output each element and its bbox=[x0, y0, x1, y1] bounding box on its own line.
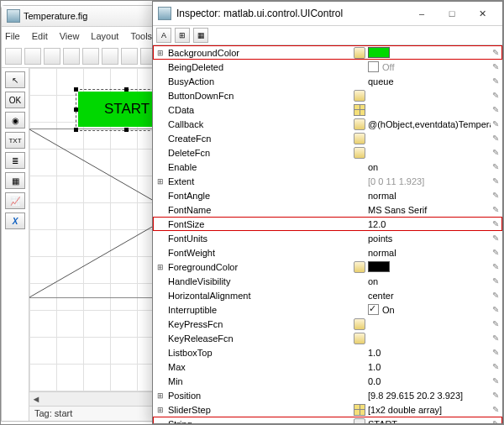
property-editor-icon[interactable] bbox=[353, 261, 366, 273]
property-row[interactable]: InterruptibleOn✎ bbox=[153, 302, 502, 317]
property-value[interactable]: Off bbox=[368, 61, 491, 72]
sel-handle[interactable] bbox=[74, 128, 78, 132]
property-value[interactable]: 12.0 bbox=[368, 219, 491, 229]
pencil-icon[interactable]: ✎ bbox=[492, 362, 499, 371]
window-minimize-button[interactable]: – bbox=[407, 4, 437, 23]
pencil-icon[interactable]: ✎ bbox=[492, 262, 499, 271]
sel-handle[interactable] bbox=[124, 87, 129, 92]
scroll-left-icon[interactable]: ◄ bbox=[29, 392, 43, 406]
property-editor-icon[interactable] bbox=[353, 318, 366, 330]
property-value[interactable]: @(hObject,eventdata)Temperature('start_.… bbox=[368, 119, 491, 129]
property-editor-icon[interactable] bbox=[353, 147, 366, 159]
property-row[interactable]: ⊞ForegroundColor✎ bbox=[153, 260, 502, 274]
checkbox-icon[interactable] bbox=[368, 61, 379, 72]
property-value[interactable]: on bbox=[368, 162, 491, 172]
pencil-icon[interactable]: ✎ bbox=[492, 305, 499, 314]
property-row[interactable]: BusyActionqueue✎ bbox=[153, 74, 502, 88]
property-row[interactable]: ⊞Extent[0 0 11 1.923]✎ bbox=[153, 174, 502, 188]
toolbar-save-button[interactable] bbox=[44, 48, 60, 65]
property-row[interactable]: HorizontalAlignmentcenter✎ bbox=[153, 288, 502, 302]
property-editor-icon[interactable] bbox=[353, 104, 366, 116]
palette-edit[interactable]: TXT bbox=[5, 132, 25, 149]
property-value[interactable]: 1.0 bbox=[368, 348, 491, 358]
property-value[interactable]: [1x2 double array] bbox=[368, 405, 491, 415]
toolbar-open-button[interactable] bbox=[24, 48, 41, 65]
toolbar-paste-button[interactable] bbox=[102, 48, 118, 65]
pencil-icon[interactable]: ✎ bbox=[492, 134, 499, 143]
property-editor-icon[interactable] bbox=[353, 418, 366, 424]
menu-layout[interactable]: Layout bbox=[91, 31, 118, 41]
property-editor-icon[interactable] bbox=[353, 333, 366, 344]
pencil-icon[interactable]: ✎ bbox=[492, 233, 499, 243]
expand-icon[interactable]: ⊞ bbox=[156, 177, 165, 186]
property-value[interactable] bbox=[368, 47, 491, 58]
property-value[interactable]: MS Sans Serif bbox=[368, 205, 491, 215]
expand-icon[interactable]: ⊞ bbox=[156, 406, 165, 414]
property-row[interactable]: CreateFcn✎ bbox=[153, 131, 502, 145]
menu-tools[interactable]: Tools bbox=[130, 31, 152, 41]
pencil-icon[interactable]: ✎ bbox=[492, 348, 499, 357]
window-close-button[interactable]: ✕ bbox=[467, 4, 497, 23]
property-row[interactable]: FontUnitspoints✎ bbox=[153, 231, 502, 245]
palette-listbox[interactable]: ≣ bbox=[5, 152, 25, 169]
pencil-icon[interactable]: ✎ bbox=[492, 62, 499, 71]
property-row[interactable]: Callback@(hObject,eventdata)Temperature(… bbox=[153, 117, 502, 131]
property-row[interactable]: ButtonDownFcn✎ bbox=[153, 88, 502, 102]
property-value[interactable]: On bbox=[368, 304, 491, 315]
property-row[interactable]: KeyReleaseFcn✎ bbox=[153, 331, 502, 345]
property-row[interactable]: FontSize12.0✎ bbox=[153, 217, 502, 231]
property-editor-icon[interactable] bbox=[353, 133, 366, 144]
property-list[interactable]: ⊞BackgroundColor✎BeingDeletedOff✎BusyAct… bbox=[153, 45, 502, 423]
pencil-icon[interactable]: ✎ bbox=[492, 176, 499, 186]
palette-axes[interactable]: 📈 bbox=[5, 192, 25, 209]
pencil-icon[interactable]: ✎ bbox=[492, 405, 499, 414]
sel-handle[interactable] bbox=[124, 128, 129, 132]
color-swatch[interactable] bbox=[368, 261, 390, 272]
palette-select-tool[interactable]: ↖ bbox=[5, 71, 25, 88]
property-row[interactable]: CData✎ bbox=[153, 102, 502, 117]
pencil-icon[interactable]: ✎ bbox=[492, 148, 499, 157]
property-value[interactable]: 1.0 bbox=[368, 362, 491, 372]
menu-edit[interactable]: Edit bbox=[32, 31, 48, 41]
pencil-icon[interactable]: ✎ bbox=[492, 276, 499, 286]
property-value[interactable]: [9.8 29.615 20.2 3.923] bbox=[368, 391, 491, 401]
pencil-icon[interactable]: ✎ bbox=[492, 91, 499, 100]
property-row[interactable]: BeingDeletedOff✎ bbox=[153, 60, 502, 74]
property-value[interactable] bbox=[368, 261, 491, 272]
pencil-icon[interactable]: ✎ bbox=[492, 248, 499, 257]
inspector-titlebar[interactable]: Inspector: matlab.ui.control.UIControl –… bbox=[153, 2, 502, 26]
palette-pushbutton[interactable]: OK bbox=[5, 92, 25, 108]
property-row[interactable]: Min0.0✎ bbox=[153, 374, 502, 388]
pencil-icon[interactable]: ✎ bbox=[492, 205, 499, 214]
pencil-icon[interactable]: ✎ bbox=[492, 319, 499, 328]
property-value[interactable]: 0.0 bbox=[368, 376, 491, 386]
sel-handle[interactable] bbox=[74, 108, 78, 112]
property-editor-icon[interactable] bbox=[353, 118, 366, 130]
pencil-icon[interactable]: ✎ bbox=[492, 333, 499, 343]
pencil-icon[interactable]: ✎ bbox=[492, 48, 499, 57]
expand-icon[interactable]: ⊞ bbox=[156, 391, 165, 400]
property-value[interactable]: on bbox=[368, 276, 491, 286]
palette-table[interactable]: ▦ bbox=[5, 172, 25, 189]
expand-icon[interactable]: ⊞ bbox=[156, 49, 165, 57]
property-editor-icon[interactable] bbox=[353, 404, 366, 416]
expand-icon[interactable]: ⊞ bbox=[156, 263, 165, 271]
property-row[interactable]: FontNameMS Sans Serif✎ bbox=[153, 202, 502, 217]
checkbox-icon[interactable] bbox=[368, 304, 379, 315]
toolbar-new-button[interactable] bbox=[5, 48, 22, 65]
property-row[interactable]: ⊞SliderStep[1x2 double array]✎ bbox=[153, 402, 502, 417]
property-value[interactable]: points bbox=[368, 233, 491, 244]
pencil-icon[interactable]: ✎ bbox=[492, 105, 499, 114]
pencil-icon[interactable]: ✎ bbox=[492, 376, 499, 386]
pencil-icon[interactable]: ✎ bbox=[492, 219, 499, 228]
inspector-grid-button[interactable]: ▦ bbox=[193, 28, 208, 43]
menu-view[interactable]: View bbox=[60, 31, 80, 41]
property-row[interactable]: KeyPressFcn✎ bbox=[153, 317, 502, 331]
window-maximize-button[interactable]: □ bbox=[437, 4, 467, 23]
pencil-icon[interactable]: ✎ bbox=[492, 291, 499, 300]
sel-handle[interactable] bbox=[74, 87, 78, 92]
property-row[interactable]: ⊞Position[9.8 29.615 20.2 3.923]✎ bbox=[153, 388, 502, 402]
inspector-tree-button[interactable]: ⊞ bbox=[175, 28, 190, 43]
pencil-icon[interactable]: ✎ bbox=[492, 419, 499, 423]
menu-file[interactable]: File bbox=[5, 31, 20, 41]
